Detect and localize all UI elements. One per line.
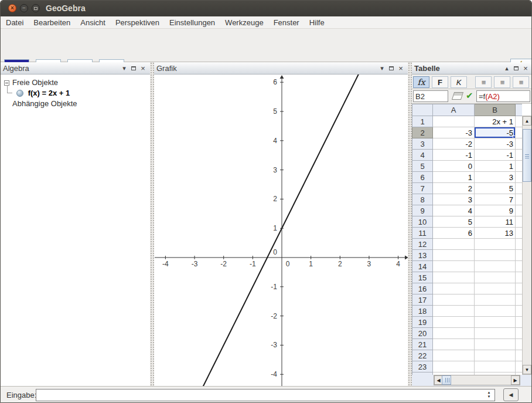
spreadsheet-cell[interactable] — [475, 250, 516, 261]
eraser-icon[interactable] — [452, 92, 463, 100]
spreadsheet-cell[interactable] — [516, 239, 523, 250]
undock-panel-icon[interactable] — [511, 65, 521, 72]
row-header[interactable]: 23 — [412, 361, 433, 372]
spreadsheet-cell[interactable] — [516, 261, 523, 272]
spreadsheet-cell[interactable] — [475, 261, 516, 272]
close-panel-icon[interactable]: × — [396, 64, 405, 73]
scroll-up-icon[interactable]: ▲ — [523, 116, 531, 126]
spreadsheet-cell[interactable] — [475, 239, 516, 250]
row-header[interactable]: 18 — [412, 306, 433, 317]
row-header[interactable]: 10 — [412, 216, 433, 228]
tree-node-dependent-objects[interactable]: Abhängige Objekte — [12, 99, 77, 108]
spreadsheet-cell[interactable] — [475, 294, 516, 306]
scroll-down-icon[interactable]: ▼ — [523, 365, 531, 374]
spreadsheet-cell[interactable] — [433, 328, 475, 339]
spreadsheet-cell[interactable]: -1 — [475, 150, 516, 161]
bold-button[interactable]: F — [432, 76, 448, 88]
menu-bearbeiten[interactable]: Bearbeiten — [33, 18, 70, 27]
function-definition[interactable]: f(x) = 2x + 1 — [28, 89, 70, 97]
spreadsheet-cell[interactable] — [475, 339, 516, 350]
row-header[interactable]: 15 — [412, 272, 433, 283]
spreadsheet-cell[interactable]: 11 — [475, 216, 516, 228]
spreadsheet-cell[interactable]: 4 — [433, 205, 475, 216]
row-header[interactable]: 14 — [412, 261, 433, 272]
spreadsheet-cell[interactable] — [516, 172, 523, 183]
spinner-down-icon[interactable]: ▼ — [486, 395, 492, 399]
menu-werkzeuge[interactable]: Werkzeuge — [225, 18, 264, 27]
spreadsheet-cell[interactable] — [475, 272, 516, 283]
align-left-button[interactable]: ≡ — [475, 76, 492, 88]
spreadsheet-cell[interactable] — [516, 294, 523, 306]
tree-node-function[interactable]: f(x) = 2x + 1 — [1, 89, 70, 98]
spreadsheet-cell[interactable] — [516, 116, 523, 127]
input-help-toggle-button[interactable]: ◀ — [503, 388, 519, 401]
panel-menu-icon[interactable]: ▾ — [120, 65, 129, 72]
menu-datei[interactable]: Datei — [6, 18, 23, 27]
row-header[interactable]: 6 — [412, 172, 433, 183]
spreadsheet-cell[interactable] — [516, 127, 523, 138]
spreadsheet-cell[interactable] — [475, 350, 516, 361]
spreadsheet-cell[interactable]: -2 — [433, 138, 475, 150]
panel-menu-icon[interactable]: ▴ — [502, 65, 511, 72]
row-header[interactable]: 7 — [412, 183, 433, 194]
column-header-a[interactable]: A — [433, 104, 475, 116]
spreadsheet-cell[interactable] — [516, 339, 523, 350]
input-history-spinner[interactable]: ▲ ▼ — [486, 391, 492, 399]
spreadsheet-cell[interactable] — [516, 272, 523, 283]
spreadsheet-cell[interactable]: -3 — [475, 138, 516, 150]
spreadsheet-cell[interactable]: 0 — [433, 161, 475, 172]
spreadsheet-cell[interactable] — [516, 283, 523, 294]
spreadsheet-cell[interactable] — [433, 294, 475, 306]
close-panel-icon[interactable]: × — [521, 64, 530, 73]
corner-header[interactable] — [412, 104, 433, 116]
spreadsheet-cell[interactable]: 13 — [475, 228, 516, 239]
spreadsheet-cell[interactable] — [475, 283, 516, 294]
spreadsheet-cell[interactable] — [433, 261, 475, 272]
spreadsheet-cell[interactable]: 1 — [433, 172, 475, 183]
spreadsheet-cell[interactable]: 6 — [433, 228, 475, 239]
undock-panel-icon[interactable] — [387, 65, 396, 72]
spreadsheet-cell[interactable] — [433, 250, 475, 261]
panel-splitter[interactable] — [150, 62, 154, 386]
vertical-scrollbar[interactable]: ▲ ▼ — [522, 116, 532, 375]
row-header[interactable]: 19 — [412, 317, 433, 328]
spreadsheet-cell[interactable] — [433, 350, 475, 361]
row-header[interactable]: 2 — [412, 127, 433, 138]
horizontal-scrollbar[interactable]: ◀ ▶ — [434, 375, 520, 385]
row-header[interactable]: 8 — [412, 194, 433, 205]
spreadsheet-cell[interactable] — [433, 306, 475, 317]
spreadsheet-cell[interactable]: 5 — [433, 216, 475, 228]
spreadsheet-cell[interactable] — [516, 183, 523, 194]
spreadsheet-cell[interactable] — [516, 306, 523, 317]
show-function-bar-button[interactable]: fx — [413, 76, 429, 88]
align-right-button[interactable]: ≡ — [513, 76, 529, 88]
graphics-view[interactable]: -4-3-2-11234654321-1-2-3-400 — [154, 74, 408, 386]
spreadsheet-cell[interactable] — [433, 361, 475, 372]
spreadsheet-cell[interactable]: -1 — [433, 150, 475, 161]
panel-splitter[interactable] — [408, 62, 412, 386]
italic-button[interactable]: K — [451, 76, 467, 88]
fill-handle[interactable] — [513, 136, 516, 138]
spinner-up-icon[interactable]: ▲ — [486, 391, 492, 395]
panel-menu-icon[interactable]: ▾ — [377, 65, 387, 72]
row-header[interactable]: 16 — [412, 283, 433, 294]
spreadsheet-cell[interactable] — [433, 239, 475, 250]
scroll-right-icon[interactable]: ▶ — [511, 375, 520, 385]
spreadsheet-cell[interactable]: -5 — [475, 127, 516, 138]
spreadsheet-cell[interactable] — [516, 138, 523, 150]
spreadsheet-cell[interactable] — [516, 350, 523, 361]
menu-ansicht[interactable]: Ansicht — [80, 18, 105, 27]
algebra-input-field[interactable] — [36, 389, 495, 401]
row-header[interactable]: 22 — [412, 350, 433, 361]
row-header[interactable]: 20 — [412, 328, 433, 339]
row-header[interactable]: 9 — [412, 205, 433, 216]
spreadsheet-cell[interactable] — [516, 150, 523, 161]
row-header[interactable]: 4 — [412, 150, 433, 161]
spreadsheet-cell[interactable] — [433, 339, 475, 350]
row-header[interactable]: 1 — [412, 116, 433, 127]
spreadsheet-cell[interactable] — [516, 194, 523, 205]
row-header[interactable]: 3 — [412, 138, 433, 150]
spreadsheet-cell[interactable] — [433, 272, 475, 283]
menu-fenster[interactable]: Fenster — [274, 18, 299, 27]
minimize-window-icon[interactable]: − — [20, 4, 28, 12]
